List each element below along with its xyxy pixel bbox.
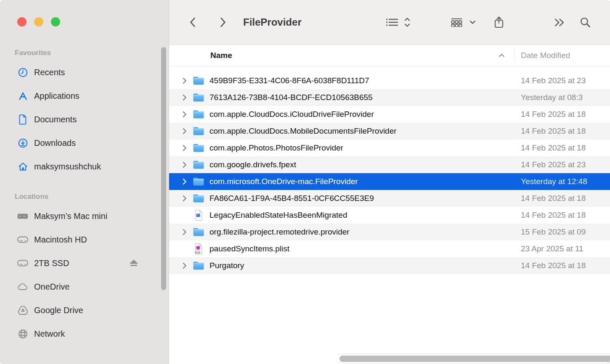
table-row-459b9f35-e331-4c06-8f6a-6038f8d111d7[interactable]: 459B9F35-E331-4C06-8F6A-6038F8D111D714 F… [169,72,610,89]
traffic-lights [17,17,60,26]
up-down-chevrons-icon[interactable] [404,0,411,45]
globe-icon [17,328,28,339]
minimize-button[interactable] [34,17,43,26]
disclosure-chevron-icon[interactable] [182,262,187,269]
disclosure-chevron-icon[interactable] [182,178,187,185]
sidebar-item-documents[interactable]: Documents [0,108,169,131]
disclosure-chevron-icon[interactable] [182,128,187,135]
sidebar-item-label: 2TB SSD [34,258,69,268]
sidebar-item-google-drive[interactable]: Google Drive [0,298,169,322]
download-circle-icon [17,137,28,148]
sidebar-item-onedrive[interactable]: OneDrive [0,275,169,298]
folder-icon [193,176,204,187]
file-name: FA86CA61-1F9A-45B4-8551-0CF6CC55E3E9 [210,194,374,203]
sidebar-item-label: Google Drive [34,306,83,315]
sidebar-item-label: maksymsushchuk [34,162,101,171]
share-icon[interactable] [493,0,505,45]
close-button[interactable] [17,17,27,26]
finder-window: FavouritesRecentsApplicationsDocumentsDo… [0,0,610,364]
date-modified: Yesterday at 12:48 [521,177,587,186]
google-drive-icon [17,305,28,316]
disclosure-chevron-icon[interactable] [182,111,187,118]
eject-icon[interactable] [129,259,138,267]
column-divider[interactable] [515,49,515,62]
file-name: com.apple.Photos.PhotosFileProvider [210,143,343,153]
sidebar-item-macintosh-hd[interactable]: Macintosh HD [0,228,169,251]
zoom-button[interactable] [51,17,60,26]
table-row-com-apple-photos-photosfileprovider[interactable]: com.apple.Photos.PhotosFileProvider14 Fe… [169,140,610,156]
sidebar-item-label: Downloads [34,138,76,148]
svg-text:PLIST: PLIST [195,251,200,253]
sidebar-scrollbar[interactable] [161,47,166,290]
date-modified: 23 Apr 2025 at 11 [521,244,583,253]
disclosure-chevron-icon[interactable] [182,145,187,152]
horizontal-scrollbar-thumb[interactable] [339,356,610,362]
file-name: pausedSyncItems.plist [210,244,289,253]
sidebar-item-2tb-ssd[interactable]: 2TB SSD [0,251,169,275]
date-modified: 14 Feb 2025 at 18 [521,143,586,153]
cloud-icon [17,281,28,292]
file-name: com.apple.CloudDocs.MobileDocumentsFileP… [210,127,397,136]
disclosure-chevron-icon[interactable] [182,94,187,101]
table-row-legacyenabledstatehasbeenmigrated[interactable]: LegacyEnabledStateHasBeenMigrated14 Feb … [169,207,610,224]
folder-icon [193,260,204,271]
disclosure-chevron-icon[interactable] [182,229,187,236]
folder-icon [193,126,204,137]
disclosure-chevron-icon[interactable] [182,161,187,169]
disclosure-chevron-icon[interactable] [182,77,187,84]
table-row-pausedsyncitems-plist[interactable]: PLISTpausedSyncItems.plist23 Apr 2025 at… [169,240,610,257]
disclosure-chevron-icon[interactable] [182,195,187,202]
sidebar-item-applications[interactable]: Applications [0,84,169,108]
clock-icon [17,67,28,78]
column-header-date[interactable]: Date Modified [521,51,570,60]
sidebar-item-label: Macintosh HD [34,235,87,245]
chevron-up-icon [499,54,505,58]
file-list: 459B9F35-E331-4C06-8F6A-6038F8D111D714 F… [169,66,610,274]
sidebar-item-label: Network [34,329,65,339]
table-row-com-apple-clouddocs-mobiledocumentsfileprovider[interactable]: com.apple.CloudDocs.MobileDocumentsFileP… [169,123,610,140]
group-by-icon[interactable] [451,0,462,45]
folder-icon [193,109,204,120]
table-row-com-apple-clouddocs-iclouddrivefileprovider[interactable]: com.apple.CloudDocs.iCloudDriveFileProvi… [169,106,610,123]
column-header-name[interactable]: Name [210,51,232,60]
folder-icon [193,193,204,204]
file-name: 7613A126-73B8-4104-BCDF-ECD10563B655 [210,93,373,102]
toolbar: FileProvider [169,0,610,45]
sidebar-item-maksymsushchuk[interactable]: maksymsushchuk [0,155,169,178]
folder-icon [193,142,204,153]
generic-document-icon [193,210,204,221]
sidebar-item-network[interactable]: Network [0,322,169,346]
table-row-purgatory[interactable]: Purgatory14 Feb 2025 at 18 [169,257,610,274]
folder-icon [193,75,204,86]
external-drive-icon [17,258,28,269]
window-title: FileProvider [243,0,302,45]
table-row-com-google-drivefs-fpext[interactable]: com.google.drivefs.fpext14 Feb 2025 at 2… [169,156,610,173]
table-row-7613a126-73b8-4104-bcdf-ecd10563b655[interactable]: 7613A126-73B8-4104-BCDF-ECD10563B655Yest… [169,89,610,106]
chevron-left-icon[interactable] [189,0,196,45]
list-header: Name Date Modified [169,45,610,66]
table-row-org-filezilla-project-remotedrive-provider[interactable]: org.filezilla-project.remotedrive.provid… [169,224,610,240]
sidebar-section-heading-favourites: Favourites [15,49,169,57]
document-icon [17,114,28,125]
sidebar-item-maksym-s-mac-mini[interactable]: Maksym’s Mac mini [0,204,169,228]
sidebar: FavouritesRecentsApplicationsDocumentsDo… [0,0,169,364]
table-row-fa86ca61-1f9a-45b4-8551-0cf6cc55e3e9[interactable]: FA86CA61-1F9A-45B4-8551-0CF6CC55E3E914 F… [169,190,610,207]
chevron-down-icon[interactable] [469,0,476,45]
home-icon [17,161,28,172]
horizontal-scrollbar-track[interactable] [338,353,610,364]
sidebar-item-label: Recents [34,68,65,77]
search-icon[interactable] [580,0,591,45]
table-row-com-microsoft-onedrive-mac-fileprovider[interactable]: com.microsoft.OneDrive-mac.FileProviderY… [169,173,610,190]
sidebar-item-downloads[interactable]: Downloads [0,131,169,155]
sidebar-item-recents[interactable]: Recents [0,61,169,84]
double-chevron-icon[interactable] [554,0,565,45]
file-name: LegacyEnabledStateHasBeenMigrated [210,211,347,220]
file-name: com.microsoft.OneDrive-mac.FileProvider [210,177,358,186]
file-name: com.google.drivefs.fpext [210,160,296,169]
date-modified: 14 Feb 2025 at 18 [521,211,586,220]
list-view-icon[interactable] [386,0,398,45]
mac-mini-icon [17,211,28,222]
chevron-right-icon[interactable] [220,0,226,45]
file-name: com.apple.CloudDocs.iCloudDriveFileProvi… [210,110,374,119]
folder-icon [193,227,204,237]
